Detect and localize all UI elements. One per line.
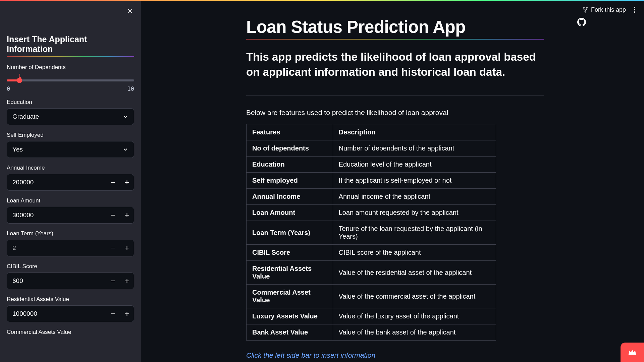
crown-icon	[627, 347, 637, 357]
streamlit-badge[interactable]	[621, 343, 644, 362]
field-loan-amount: Loan Amount 300000 − +	[7, 197, 134, 224]
chevron-down-icon	[122, 114, 128, 120]
feature-name: No of dependents	[247, 140, 333, 157]
kebab-dot-icon	[634, 9, 635, 10]
increment-button[interactable]: +	[120, 240, 134, 256]
field-self-employed: Self Employed Yes	[7, 132, 134, 158]
annual-income-label: Annual Income	[7, 165, 134, 171]
feature-description: If the applicant is self-employed or not	[333, 173, 496, 189]
table-row: Luxury Assets ValueValue of the luxury a…	[247, 308, 496, 324]
loan-term-value[interactable]: 2	[7, 244, 106, 252]
fork-app-link[interactable]: Fork this app	[582, 6, 626, 13]
menu-button[interactable]	[632, 5, 637, 15]
table-row: Residential Assets ValueValue of the res…	[247, 261, 496, 285]
education-label: Education	[7, 99, 134, 106]
hint-text: Click the left side bar to insert inform…	[246, 351, 544, 359]
residential-assets-label: Residential Assets Value	[7, 296, 134, 303]
kebab-dot-icon	[634, 7, 635, 8]
increment-button[interactable]: +	[120, 273, 134, 289]
feature-name: CIBIL Score	[247, 245, 333, 261]
feature-description: Value of the luxury asset of the applica…	[333, 308, 496, 324]
feature-name: Education	[247, 157, 333, 173]
self-employed-label: Self Employed	[7, 132, 134, 138]
field-commercial-assets: Commercial Assets Value	[7, 329, 134, 336]
field-residential-assets: Residential Assets Value 1000000 − +	[7, 296, 134, 322]
intro-text: Below are features used to predict the l…	[246, 109, 544, 117]
self-employed-select[interactable]: Yes	[7, 141, 134, 158]
table-row: No of dependentsNumber of dependents of …	[247, 140, 496, 157]
table-row: Loan Term (Years)Tenure of the loan requ…	[247, 221, 496, 245]
page-title: Loan Status Prediction App	[246, 17, 544, 37]
feature-name: Annual Income	[247, 189, 333, 205]
increment-button[interactable]: +	[120, 174, 134, 190]
decrement-button[interactable]: −	[106, 207, 120, 223]
education-value: Graduate	[12, 113, 39, 120]
chevron-down-icon	[122, 146, 128, 153]
svg-point-1	[586, 7, 587, 8]
feature-description: Number of dependents of the applicant	[333, 140, 496, 157]
education-select[interactable]: Graduate	[7, 108, 134, 125]
feature-description: Value of the commercial asset of the app…	[333, 285, 496, 308]
fork-app-label: Fork this app	[591, 6, 626, 13]
sidebar: Insert The Applicant Information Number …	[0, 1, 141, 362]
field-loan-term: Loan Term (Years) 2 − +	[7, 230, 134, 256]
loan-term-stepper[interactable]: 2 − +	[7, 240, 134, 256]
cibil-value[interactable]: 600	[7, 277, 106, 285]
table-row: Annual IncomeAnnual income of the applic…	[247, 189, 496, 205]
slider-max: 10	[127, 85, 134, 92]
slider-thumb[interactable]	[17, 78, 22, 83]
loan-amount-stepper[interactable]: 300000 − +	[7, 207, 134, 224]
dependents-slider[interactable]: 1 0 10	[7, 73, 134, 92]
table-header-description: Description	[333, 124, 496, 140]
loan-term-label: Loan Term (Years)	[7, 230, 134, 237]
feature-name: Residential Assets Value	[247, 261, 333, 285]
fork-icon	[582, 7, 588, 13]
cibil-stepper[interactable]: 600 − +	[7, 273, 134, 289]
divider	[246, 96, 544, 96]
decrement-button[interactable]: −	[106, 273, 120, 289]
kebab-dot-icon	[634, 11, 635, 13]
close-icon	[127, 8, 133, 14]
table-header-features: Features	[247, 124, 333, 140]
sidebar-title: Insert The Applicant Information	[7, 35, 134, 56]
feature-name: Bank Asset Value	[247, 324, 333, 341]
feature-description: CIBIL score of the applicant	[333, 245, 496, 261]
feature-description: Value of the residential asset of the ap…	[333, 261, 496, 285]
annual-income-value[interactable]: 200000	[7, 179, 106, 186]
table-row: Loan AmountLoan amount requested by the …	[247, 205, 496, 221]
feature-description: Annual income of the applicant	[333, 189, 496, 205]
svg-point-2	[585, 11, 586, 12]
feature-description: Education level of the applicant	[333, 157, 496, 173]
table-row: Bank Asset ValueValue of the bank asset …	[247, 324, 496, 341]
header-actions: Fork this app	[582, 5, 637, 15]
loan-amount-value[interactable]: 300000	[7, 212, 106, 219]
decrement-button[interactable]: −	[106, 174, 120, 190]
slider-min: 0	[7, 85, 10, 92]
decrement-button[interactable]: −	[106, 306, 120, 322]
table-row: Self employedIf the applicant is self-em…	[247, 173, 496, 189]
residential-assets-value[interactable]: 1000000	[7, 310, 106, 317]
dependents-label: Number of Dependents	[7, 64, 134, 71]
increment-button[interactable]: +	[120, 207, 134, 223]
slider-track	[7, 79, 134, 81]
close-sidebar-button[interactable]	[125, 6, 135, 16]
feature-name: Loan Term (Years)	[247, 221, 333, 245]
feature-name: Self employed	[247, 173, 333, 189]
main-content: Loan Status Prediction App This app pred…	[141, 1, 644, 362]
divider-rainbow	[246, 39, 544, 40]
field-dependents: Number of Dependents 1 0 10	[7, 64, 134, 92]
feature-description: Tenure of the loan requested by the appl…	[333, 221, 496, 245]
table-row: CIBIL ScoreCIBIL score of the applicant	[247, 245, 496, 261]
table-row: Commercial Asset ValueValue of the comme…	[247, 285, 496, 308]
feature-name: Commercial Asset Value	[247, 285, 333, 308]
feature-description: Loan amount requested by the applicant	[333, 205, 496, 221]
field-cibil: CIBIL Score 600 − +	[7, 263, 134, 289]
commercial-assets-label: Commercial Assets Value	[7, 329, 134, 336]
divider-rainbow	[7, 56, 134, 57]
svg-point-0	[583, 7, 584, 8]
residential-assets-stepper[interactable]: 1000000 − +	[7, 305, 134, 322]
annual-income-stepper[interactable]: 200000 − +	[7, 174, 134, 191]
increment-button[interactable]: +	[120, 306, 134, 322]
feature-description: Value of the bank asset of the applicant	[333, 324, 496, 341]
decrement-button: −	[106, 240, 120, 256]
